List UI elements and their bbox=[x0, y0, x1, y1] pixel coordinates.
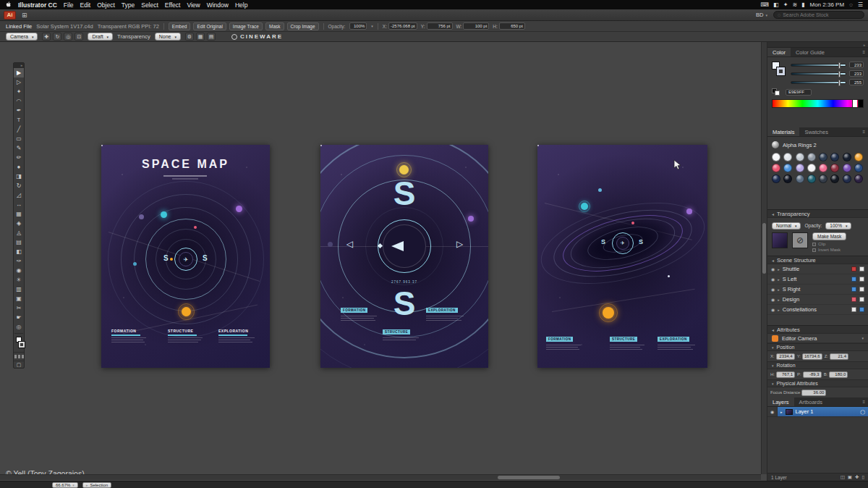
hand-tool[interactable]: ☛ bbox=[14, 313, 24, 322]
scene-object-row[interactable]: ◉ ▸ S Left bbox=[767, 274, 868, 285]
opacity-field[interactable]: 100% bbox=[349, 22, 367, 30]
menubar-item[interactable]: Effect bbox=[165, 1, 181, 9]
color-slider[interactable]: 233 bbox=[791, 62, 864, 68]
layer-row[interactable]: ◉ ▸ Layer 1 ◯ bbox=[767, 407, 868, 417]
rotation-input[interactable]: 180,0 bbox=[829, 371, 848, 378]
tab-color-guide[interactable]: Color Guide bbox=[791, 48, 830, 56]
control-button[interactable]: Crop Image bbox=[287, 22, 319, 30]
material-swatch[interactable] bbox=[783, 174, 792, 183]
transform-input[interactable]: -2576.068 pt bbox=[388, 22, 417, 30]
render-option-icon[interactable]: ▤ bbox=[207, 33, 216, 41]
current-tool-indicator[interactable]: ▸Selection bbox=[82, 482, 111, 488]
camera-tool-icon[interactable]: ↻ bbox=[53, 33, 61, 41]
battery-icon[interactable]: ▮ bbox=[801, 2, 804, 8]
panel-menu-icon[interactable]: ≡ bbox=[859, 397, 868, 406]
scene-object-row[interactable]: ◉ ▸ S Right bbox=[767, 285, 868, 295]
slider-knob[interactable] bbox=[838, 80, 841, 86]
mask-thumbnail[interactable]: ⊘ bbox=[792, 232, 808, 248]
menubar-item[interactable]: View bbox=[187, 1, 200, 9]
material-swatch[interactable] bbox=[819, 164, 827, 172]
hex-field[interactable]: E9E9FF bbox=[786, 89, 812, 96]
material-swatch[interactable] bbox=[796, 164, 804, 172]
position-group-header[interactable]: ▾ Position bbox=[767, 343, 868, 351]
scene-object-row[interactable]: ◉ ▸ Constellations bbox=[767, 305, 868, 315]
menubar-item[interactable]: Select bbox=[141, 1, 158, 9]
collapse-panels-icon[interactable]: » bbox=[863, 43, 865, 47]
menubar-app-name[interactable]: Illustrator CC bbox=[18, 1, 57, 9]
tab-artboards[interactable]: Artboards bbox=[794, 397, 828, 406]
scene-object-row[interactable]: ◉ ▸ Design bbox=[767, 295, 868, 305]
blend-mode-select[interactable]: Normal▾ bbox=[772, 222, 801, 230]
position-input[interactable]: 21,4 bbox=[830, 353, 848, 360]
slice-tool[interactable]: ✂ bbox=[14, 303, 24, 313]
physical-attributes-header[interactable]: ▾ Physical Attributes bbox=[767, 379, 868, 387]
panel-menu-icon[interactable]: ≡ bbox=[859, 48, 868, 56]
visibility-icon[interactable]: ◉ bbox=[771, 287, 775, 292]
render-option-icon[interactable]: ⚙ bbox=[185, 33, 194, 41]
menubar-clock[interactable]: Mon 2:36 PM bbox=[809, 1, 844, 8]
material-swatch[interactable] bbox=[843, 174, 851, 183]
artboard-poster-left[interactable]: SPACE MAP ✈ S S FORMATION STRUCTURE bbox=[101, 145, 270, 368]
eyedropper-tool[interactable]: ✑ bbox=[14, 256, 24, 266]
notification-center-icon[interactable]: ☰ bbox=[858, 2, 863, 8]
menubar-item[interactable]: File bbox=[64, 1, 74, 9]
material-swatch[interactable] bbox=[783, 164, 792, 172]
layer-target-icon[interactable]: ◯ bbox=[860, 409, 865, 414]
invert-mask-checkbox[interactable]: Invert Mask bbox=[812, 248, 846, 252]
material-swatch[interactable] bbox=[819, 174, 827, 183]
expand-icon[interactable]: ▸ bbox=[778, 267, 780, 272]
clip-checkbox[interactable]: Clip bbox=[812, 242, 846, 246]
stroke-swatch[interactable] bbox=[19, 342, 25, 348]
material-swatch[interactable] bbox=[854, 174, 863, 183]
material-swatch[interactable] bbox=[819, 153, 827, 161]
selection-tool[interactable]: ▶ bbox=[14, 68, 24, 77]
material-swatch[interactable] bbox=[843, 153, 851, 161]
material-swatch[interactable] bbox=[854, 164, 863, 172]
material-swatch[interactable] bbox=[830, 174, 839, 183]
visibility-icon[interactable]: ◉ bbox=[771, 297, 775, 302]
artboard-poster-center[interactable]: S S 2767.963.37 ◁ ▷ FORMATION EXPLORATIO… bbox=[320, 145, 488, 368]
rectangle-tool[interactable]: ▭ bbox=[14, 134, 24, 143]
render-option-icon[interactable]: ▦ bbox=[196, 33, 205, 41]
wifi-icon[interactable]: ≋ bbox=[792, 2, 797, 8]
camera-select[interactable]: Camera▾ bbox=[6, 33, 38, 41]
delete-layer-icon[interactable]: ▯ bbox=[861, 474, 864, 480]
material-swatch[interactable] bbox=[854, 153, 863, 161]
attributes-panel-header[interactable]: ◂ Attributes bbox=[767, 325, 868, 334]
magic-wand-tool[interactable]: ✦ bbox=[14, 87, 24, 96]
rotation-input[interactable]: 767,1 bbox=[776, 371, 795, 378]
slider-track[interactable] bbox=[791, 81, 846, 84]
material-item[interactable]: Alpha Rings 2 bbox=[772, 140, 864, 150]
control-button[interactable]: Image Trace bbox=[229, 22, 263, 30]
focus-distance-input[interactable]: 36.00 bbox=[801, 390, 826, 396]
control-button[interactable]: Mask bbox=[265, 22, 284, 30]
position-input[interactable]: 16734,6 bbox=[802, 353, 822, 360]
keyboard-icon[interactable]: ⌨ bbox=[761, 2, 770, 8]
black-swatch[interactable] bbox=[858, 100, 863, 107]
disclosure-icon[interactable]: ▾ bbox=[772, 345, 774, 350]
material-swatch[interactable] bbox=[807, 164, 816, 172]
column-graph-tool[interactable]: ▥ bbox=[14, 285, 24, 294]
slider-track[interactable] bbox=[791, 64, 846, 67]
make-mask-icon[interactable]: ◫ bbox=[841, 474, 845, 480]
gradient-tool[interactable]: ◧ bbox=[14, 247, 24, 256]
symbol-sprayer-tool[interactable]: ✳ bbox=[14, 275, 24, 285]
artboard-tool[interactable]: ▣ bbox=[14, 294, 24, 303]
tab-color[interactable]: Color bbox=[767, 48, 791, 56]
free-transform-tool[interactable]: ▦ bbox=[14, 209, 24, 219]
type-tool[interactable]: T bbox=[14, 115, 24, 125]
slider-value-field[interactable]: 233 bbox=[849, 70, 864, 77]
direct-selection-tool[interactable]: ▷ bbox=[14, 77, 24, 87]
render-quality-select[interactable]: Draft▾ bbox=[88, 33, 113, 41]
screen-mode-button[interactable]: ▢ bbox=[14, 361, 24, 368]
material-swatch[interactable] bbox=[772, 164, 780, 172]
scene-object-row[interactable]: ◉ ▸ Shuttle bbox=[767, 264, 868, 274]
new-sublayer-icon[interactable]: ▣ bbox=[848, 474, 852, 480]
zoom-tool[interactable]: ◎ bbox=[14, 322, 24, 332]
workspace-switcher[interactable]: BD▾ bbox=[756, 12, 767, 18]
pencil-tool[interactable]: ✏ bbox=[14, 153, 24, 162]
menubar-item[interactable]: Object bbox=[97, 1, 115, 9]
material-swatch[interactable] bbox=[796, 174, 804, 183]
layer-name[interactable]: Layer 1 bbox=[796, 408, 814, 415]
scene-structure-header[interactable]: ◂ Scene Structure bbox=[767, 256, 868, 264]
